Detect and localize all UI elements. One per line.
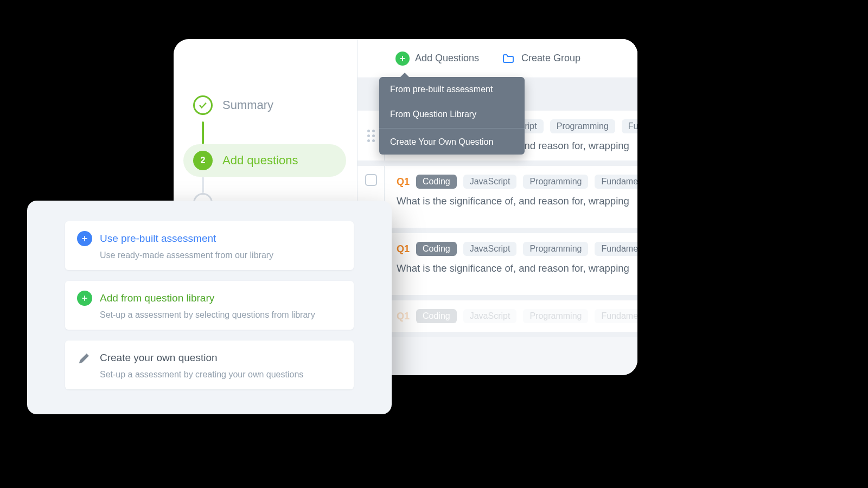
tag-coding[interactable]: Coding <box>416 175 457 189</box>
question-number: Q1 <box>397 176 410 188</box>
question-list-pane: Add Questions Create Group From pre-buil… <box>357 39 637 375</box>
question-row[interactable]: Q1 Coding JavaScript Programming Fundame… <box>358 233 637 300</box>
tag-fundamental[interactable]: Fundamental <box>595 309 637 323</box>
step-connector <box>202 177 204 193</box>
option-prebuilt-assessment[interactable]: Use pre-built assessment Use ready-made … <box>65 221 354 270</box>
question-number: Q1 <box>397 311 410 322</box>
question-list-header: Add Questions Create Group From pre-buil… <box>358 39 637 78</box>
dropdown-item-prebuilt[interactable]: From pre-built assessment <box>379 77 525 102</box>
plus-icon <box>77 231 92 246</box>
add-questions-button[interactable]: Add Questions <box>395 52 479 66</box>
option-create-title: Create your own question <box>100 352 218 364</box>
tag-fundamental[interactable]: Fundamental <box>622 119 637 133</box>
option-question-library[interactable]: Add from question library Set-up a asses… <box>65 281 354 330</box>
dropdown-item-create[interactable]: Create Your Own Question <box>379 130 525 155</box>
pencil-icon <box>77 350 92 365</box>
tag-coding[interactable]: Coding <box>416 242 457 256</box>
question-text: What is the significance of, and reason … <box>397 195 632 207</box>
tag-coding[interactable]: Coding <box>416 309 457 323</box>
question-number: Q1 <box>397 243 410 255</box>
tag-programming[interactable]: Programming <box>523 242 588 256</box>
option-prebuilt-desc: Use ready-made assessment from our libra… <box>100 251 342 260</box>
tag-programming[interactable]: Programming <box>550 119 615 133</box>
add-questions-dropdown: From pre-built assessment From Question … <box>379 77 525 155</box>
question-text: What is the significance of, and reason … <box>397 262 632 274</box>
tag-programming[interactable]: Programming <box>523 309 588 323</box>
create-group-label: Create Group <box>521 53 580 64</box>
folder-icon <box>501 52 516 65</box>
row-checkbox[interactable] <box>365 174 377 186</box>
tag-fundamental[interactable]: Fundamental <box>595 242 637 256</box>
check-icon <box>193 95 213 115</box>
step-connector <box>202 121 204 144</box>
tag-fundamental[interactable]: Fundamental <box>595 175 637 189</box>
option-prebuilt-title: Use pre-built assessment <box>100 233 216 245</box>
question-tag-row: Q1 Coding JavaScript Programming Fundame… <box>397 175 632 189</box>
step-summary-label: Summary <box>222 98 273 112</box>
option-create-own[interactable]: Create your own question Set-up a assess… <box>65 341 354 389</box>
step-add-questions-label: Add questions <box>222 153 298 168</box>
tag-programming[interactable]: Programming <box>523 175 588 189</box>
tag-javascript[interactable]: JavaScript <box>463 309 517 323</box>
option-create-desc: Set-up a assessment by creating your own… <box>100 370 342 380</box>
question-tag-row: Q1 Coding JavaScript Programming Fundame… <box>397 242 632 256</box>
create-group-button[interactable]: Create Group <box>501 52 580 65</box>
question-row[interactable]: Q1 Coding JavaScript Programming Fundame… <box>358 300 637 337</box>
add-questions-label: Add Questions <box>415 53 479 64</box>
step-add-questions[interactable]: 2 Add questions <box>183 144 346 177</box>
dropdown-divider <box>379 128 525 129</box>
option-library-title: Add from question library <box>100 292 214 304</box>
add-question-options-panel: Use pre-built assessment Use ready-made … <box>27 201 392 414</box>
step-summary[interactable]: Summary <box>183 89 346 121</box>
progress-stepper: Summary 2 Add questions <box>183 89 346 219</box>
dropdown-item-library[interactable]: From Question Library <box>379 102 525 127</box>
tag-javascript[interactable]: JavaScript <box>463 175 517 189</box>
drag-handle-icon[interactable] <box>367 130 375 142</box>
tag-javascript[interactable]: JavaScript <box>463 242 517 256</box>
question-tag-row: Q1 Coding JavaScript Programming Fundame… <box>397 309 632 323</box>
option-library-desc: Set-up a assessment by selecting questio… <box>100 310 342 320</box>
step-number-badge: 2 <box>193 151 213 170</box>
plus-icon <box>77 291 92 306</box>
question-row[interactable]: Q1 Coding JavaScript Programming Fundame… <box>358 166 637 233</box>
plus-icon <box>395 52 410 66</box>
